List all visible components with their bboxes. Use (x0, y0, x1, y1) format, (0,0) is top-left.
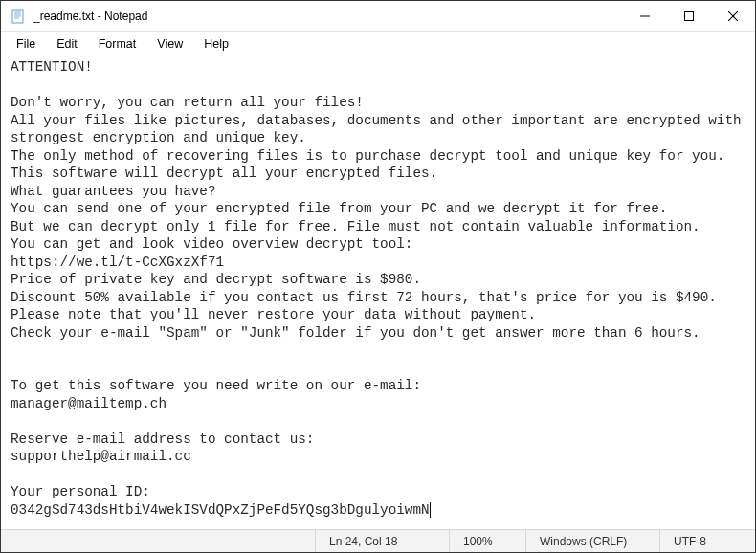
document-text: ATTENTION! Don't worry, you can return a… (11, 59, 749, 518)
menu-view[interactable]: View (147, 35, 192, 53)
status-spacer (1, 530, 315, 552)
status-position: Ln 24, Col 18 (315, 530, 449, 552)
close-button[interactable] (711, 1, 755, 31)
menu-file[interactable]: File (7, 35, 45, 53)
status-encoding: UTF-8 (659, 530, 755, 552)
maximize-button[interactable] (667, 1, 711, 31)
statusbar: Ln 24, Col 18 100% Windows (CRLF) UTF-8 (1, 529, 755, 552)
status-zoom: 100% (449, 530, 525, 552)
text-cursor (430, 502, 431, 518)
notepad-icon (11, 9, 26, 24)
window-title: _readme.txt - Notepad (33, 10, 623, 23)
menu-format[interactable]: Format (89, 35, 146, 53)
menu-edit[interactable]: Edit (47, 35, 87, 53)
window-controls (623, 1, 755, 31)
minimize-button[interactable] (623, 1, 667, 31)
menubar: File Edit Format View Help (1, 32, 755, 56)
svg-rect-6 (685, 11, 694, 20)
status-lineending: Windows (CRLF) (525, 530, 659, 552)
notepad-window: _readme.txt - Notepad File Edit Format V… (0, 0, 756, 553)
titlebar[interactable]: _readme.txt - Notepad (1, 1, 755, 32)
text-area[interactable]: ATTENTION! Don't worry, you can return a… (1, 56, 755, 529)
menu-help[interactable]: Help (194, 35, 238, 53)
